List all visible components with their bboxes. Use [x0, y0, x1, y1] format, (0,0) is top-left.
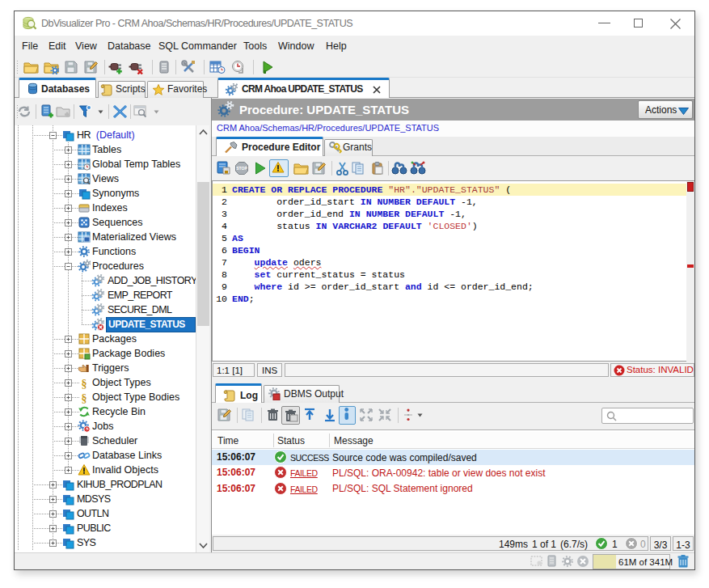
svg-text:STOP: STOP	[236, 166, 247, 171]
